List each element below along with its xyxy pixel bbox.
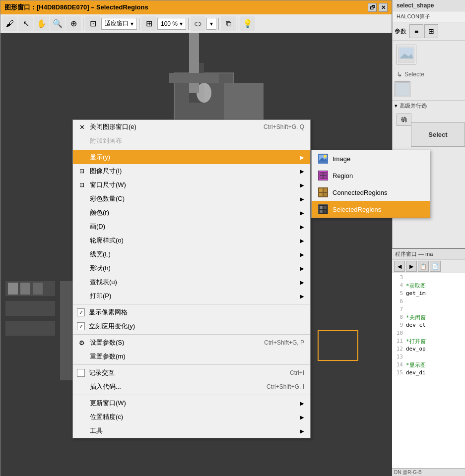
fit-window-dropdown[interactable]: 适应窗口 ▾ xyxy=(101,18,137,30)
menu-shape[interactable]: 形状(h) ▶ xyxy=(73,261,310,275)
editor-copy-btn[interactable]: 📋 xyxy=(418,261,429,272)
image-submenu-icon xyxy=(318,153,329,164)
editor-panel: 程序窗口 — ma ◀ ▶ 📋 📄 3 4 *获取图 5 get_im 6 xyxy=(392,248,465,476)
zoom-label: 100 % xyxy=(161,20,178,27)
display-arrow: ▶ xyxy=(300,155,304,160)
right-panel: select_shape HALCON算子 参数 ≡ ⊞ ↳ Selecte xyxy=(392,0,465,476)
menu-color[interactable]: 颜色(r) ▶ xyxy=(73,206,310,220)
pointer-tool[interactable]: ↖ xyxy=(18,16,33,31)
menu-close-label: 关闭图形窗口(e) xyxy=(90,122,254,131)
menu-line-width[interactable]: 线宽(L) ▶ xyxy=(73,247,310,261)
confirm-button[interactable]: 确 xyxy=(397,114,411,126)
menu-reset-params[interactable]: 重置参数(m) xyxy=(73,350,310,363)
zoom-dropdown[interactable]: 100 % ▾ xyxy=(157,18,186,30)
layers-tool[interactable]: ⧉ xyxy=(221,16,236,31)
menu-close-window[interactable]: ✕ 关闭图形窗口(e) Ctrl+Shift+G, Q xyxy=(73,120,310,134)
menu-reset-label: 重置参数(m) xyxy=(90,352,304,361)
svg-rect-31 xyxy=(324,193,327,196)
toolbar-sep-4 xyxy=(218,18,219,30)
hand-tool[interactable]: ✋ xyxy=(34,16,49,31)
submenu-region[interactable]: Region xyxy=(312,167,430,184)
params-list-btn[interactable]: ≡ xyxy=(409,24,423,38)
editor-paste-btn[interactable]: 📄 xyxy=(430,261,441,272)
brush-tool[interactable]: 🖌 xyxy=(2,16,17,31)
menu-print[interactable]: 打印(P) ▶ xyxy=(73,289,310,303)
editor-forward-btn[interactable]: ▶ xyxy=(406,261,417,272)
zoom-tool[interactable]: 🔍 xyxy=(50,16,65,31)
zoom-100-tool[interactable]: ⊞ xyxy=(141,16,156,31)
select-button-area[interactable]: Select xyxy=(411,122,465,147)
menu-record-interact[interactable]: 记录交互 Ctrl+I xyxy=(73,366,310,380)
menu-window-size[interactable]: ⊡ 窗口尺寸(W) ▶ xyxy=(73,178,310,192)
menu-insert-code[interactable]: 插入代码... Ctrl+Shift+G, I xyxy=(73,380,310,394)
menu-position-precision[interactable]: 位置精度(c) ▶ xyxy=(73,410,310,424)
menu-apply-label: 立刻应用变化(y) xyxy=(89,322,304,331)
menu-insert-code-label: 插入代码... xyxy=(90,382,257,391)
close-window-button[interactable]: ✕ xyxy=(379,3,388,12)
submenu-connected[interactable]: ConnectedRegions xyxy=(312,184,430,201)
zoom-plus-tool[interactable]: ⊕ xyxy=(66,16,81,31)
display-submenu: Image Region xyxy=(311,150,430,218)
menu-refresh-label: 更新窗口(W) xyxy=(90,399,296,408)
menu-record-shortcut: Ctrl+I xyxy=(290,369,304,376)
window-title: 图形窗口：[H4D8D86DE070] – SelectedRegions xyxy=(4,3,148,12)
menu-sep-5 xyxy=(73,395,310,395)
submenu-selected[interactable]: SelectedRegions xyxy=(312,201,430,218)
menu-sep-1 xyxy=(73,149,310,149)
fit-window-tool[interactable]: ⊡ xyxy=(85,16,100,31)
svg-rect-23 xyxy=(320,173,323,175)
menu-line-width-label: 线宽(L) xyxy=(90,250,296,259)
color-arrow: ▶ xyxy=(300,210,304,216)
restore-button[interactable]: 🗗 xyxy=(368,3,377,12)
editor-back-btn[interactable]: ◀ xyxy=(394,261,405,272)
params-grid-btn[interactable]: ⊞ xyxy=(424,24,438,38)
svg-rect-26 xyxy=(324,176,326,178)
code-line-4: 4 *获取图 xyxy=(393,282,464,290)
menu-refresh-window[interactable]: 更新窗口(W) ▶ xyxy=(73,396,310,410)
dropdown-arrow[interactable]: ▾ xyxy=(395,103,398,109)
zoom-dropdown-arrow: ▾ xyxy=(180,20,183,27)
menu-color-count[interactable]: 彩色数量(C) ▶ xyxy=(73,192,310,206)
menu-contour-style[interactable]: 轮廓样式(o) ▶ xyxy=(73,234,310,247)
lasso-dropdown[interactable]: ▾ xyxy=(206,18,216,30)
menu-display[interactable]: 显示(y) ▶ xyxy=(73,150,310,164)
connected-submenu-icon xyxy=(318,187,329,198)
menu-precision-label: 位置精度(c) xyxy=(90,413,296,421)
svg-rect-16 xyxy=(169,73,219,83)
svg-rect-40 xyxy=(396,82,409,96)
code-line-6: 6 xyxy=(393,298,464,306)
menu-lookup-table[interactable]: 查找表(u) ▶ xyxy=(73,275,310,289)
code-area[interactable]: 3 4 *获取图 5 get_im 6 7 8 *关闭窗 xyxy=(392,273,465,472)
toolbar: 🖌 ↖ ✋ 🔍 ⊕ ⊡ 适应窗口 ▾ ⊞ 100 % ▾ ⬭ ▾ ⧉ 💡 xyxy=(0,14,392,33)
svg-rect-9 xyxy=(5,301,55,316)
precision-arrow: ▶ xyxy=(300,415,304,420)
select-label: Select xyxy=(428,131,447,138)
lasso-tool[interactable]: ⬭ xyxy=(191,16,205,31)
image2-svg xyxy=(396,82,409,96)
window-size-icon: ⊡ xyxy=(77,181,87,188)
record-interact-checkbox[interactable] xyxy=(77,369,85,377)
lightbulb-tool[interactable]: 💡 xyxy=(240,16,255,31)
menu-tools[interactable]: 工具 ▶ xyxy=(73,424,310,438)
menu-apply-change[interactable]: 立刻应用变化(y) xyxy=(73,319,310,333)
apply-change-checkbox[interactable] xyxy=(77,322,85,330)
menu-set-params[interactable]: ⚙ 设置参数(S) Ctrl+Shift+G, P xyxy=(73,336,310,350)
menu-draw[interactable]: 画(D) ▶ xyxy=(73,220,310,234)
menu-image-size[interactable]: ⊡ 图像尺寸(I) ▶ xyxy=(73,164,310,178)
color-count-arrow: ▶ xyxy=(300,196,304,202)
status-bar: DN @R-G-B xyxy=(392,468,465,476)
submenu-image[interactable]: Image xyxy=(312,150,430,167)
params-section: 参数 ≡ ⊞ xyxy=(393,22,465,41)
menu-color-label: 颜色(r) xyxy=(90,208,296,217)
region-icon-svg xyxy=(318,171,328,180)
pixel-grid-checkbox[interactable] xyxy=(77,308,85,316)
svg-rect-33 xyxy=(320,206,323,209)
advanced-label: 高级并行选 xyxy=(399,102,427,110)
title-bar-buttons: 🗗 ✕ xyxy=(368,3,388,12)
region-submenu-icon xyxy=(318,170,329,181)
contour-arrow: ▶ xyxy=(300,238,304,243)
menu-display-label: 显示(y) xyxy=(90,153,296,162)
menu-tools-label: 工具 xyxy=(90,426,296,435)
menu-show-pixel-grid[interactable]: 显示像素网格 xyxy=(73,305,310,319)
submenu-image-label: Image xyxy=(332,155,350,163)
